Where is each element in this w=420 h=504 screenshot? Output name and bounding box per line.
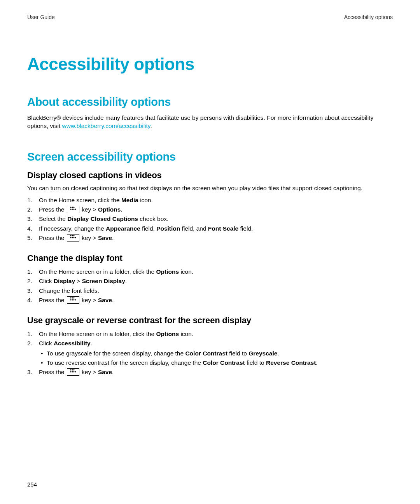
svg-point-20 (75, 299, 76, 301)
svg-point-5 (73, 209, 74, 210)
running-header: User Guide Accessibility options (27, 14, 393, 20)
accessibility-link[interactable]: www.blackberry.com/accessibility (62, 122, 150, 129)
step-text: Press the (39, 206, 66, 213)
captions-steps: 1.On the Home screen, click the Media ic… (27, 196, 393, 242)
svg-point-9 (73, 235, 74, 236)
section-about-heading: About accessibility options (27, 96, 393, 108)
list-item: 1.On the Home screen, click the Media ic… (39, 196, 393, 205)
step-text: . (91, 340, 92, 346)
step-bold: Save (98, 297, 112, 303)
list-item: 2.Click Display > Screen Display. (39, 276, 393, 285)
step-text: field, (140, 225, 156, 232)
captions-heading: Display closed captions in videos (27, 170, 393, 180)
step-number: 4. (27, 296, 32, 304)
step-text: check box. (138, 215, 168, 222)
step-bold: Options (156, 331, 179, 337)
svg-point-8 (72, 235, 73, 236)
svg-point-12 (73, 237, 74, 238)
list-item: 3.Change the font fields. (39, 286, 393, 295)
svg-point-0 (70, 207, 71, 208)
step-text: Select the (39, 215, 67, 222)
list-item: 4.If necessary, change the Appearance fi… (39, 224, 393, 233)
list-item: To use grayscale for the screen display,… (47, 349, 393, 358)
svg-point-13 (75, 237, 76, 238)
step-text: Press the (39, 297, 66, 303)
step-text: . (112, 297, 114, 303)
step-text: key > (80, 297, 98, 303)
step-text: . (121, 206, 122, 213)
step-text: . (277, 350, 279, 357)
menu-key-icon (67, 206, 79, 213)
svg-point-4 (72, 209, 73, 210)
contrast-steps: 1.On the Home screen or in a folder, cli… (27, 329, 393, 376)
page-container: User Guide Accessibility options Accessi… (0, 0, 420, 376)
section-screen-heading: Screen accessibility options (27, 150, 393, 163)
svg-point-19 (73, 299, 74, 301)
step-bold: Save (98, 369, 112, 375)
step-text: Press the (39, 234, 66, 241)
step-bold: Display (54, 278, 75, 284)
step-text: field. (238, 225, 253, 232)
step-bold: Font Scale (208, 225, 238, 232)
step-bold: Display Closed Captions (67, 215, 138, 222)
step-text: . (125, 278, 127, 284)
step-bold: Screen Display (82, 278, 125, 284)
page-title: Accessibility options (27, 54, 393, 74)
step-bold: Accessibility (54, 340, 91, 346)
step-bold: Reverse Contrast (266, 359, 316, 366)
svg-point-21 (70, 369, 71, 371)
step-bold: Greyscale (248, 350, 277, 357)
svg-point-15 (72, 298, 73, 299)
svg-point-23 (73, 369, 74, 371)
page-number: 254 (27, 481, 37, 488)
step-bold: Media (121, 197, 138, 203)
svg-point-22 (72, 369, 73, 371)
step-text: > (75, 278, 82, 284)
step-number: 2. (27, 339, 32, 348)
list-item: 4.Press the key > Save. (39, 296, 393, 304)
list-item: 1.On the Home screen or in a folder, cli… (39, 329, 393, 338)
step-text: Change the font fields. (39, 287, 99, 294)
step-number: 1. (27, 267, 32, 276)
svg-point-24 (70, 371, 71, 373)
step-text: icon. (179, 331, 193, 337)
font-heading: Change the display font (27, 253, 393, 263)
step-bold: Position (156, 225, 180, 232)
step-text: . (112, 369, 114, 375)
font-steps: 1.On the Home screen or in a folder, cli… (27, 267, 393, 304)
step-number: 3. (27, 286, 32, 295)
step-text: Press the (39, 369, 66, 375)
step-text: To use grayscale for the screen display,… (47, 350, 185, 357)
menu-key-icon (67, 368, 79, 376)
contrast-sublist: To use grayscale for the screen display,… (39, 349, 393, 368)
step-number: 3. (27, 368, 32, 376)
list-item: 5.Press the key > Save. (39, 233, 393, 242)
list-item: 2.Press the key > Options. (39, 205, 393, 214)
step-number: 1. (27, 196, 32, 205)
step-text: field, and (180, 225, 208, 232)
step-text: field to (245, 359, 266, 366)
svg-point-6 (75, 209, 76, 210)
step-text: On the Home screen or in a folder, click… (39, 268, 156, 275)
svg-point-10 (70, 237, 71, 238)
step-number: 3. (27, 214, 32, 223)
step-number: 1. (27, 329, 32, 338)
step-text: . (112, 234, 114, 241)
step-bold: Appearance (106, 225, 140, 232)
svg-point-18 (72, 299, 73, 301)
list-item: 2.Click Accessibility. To use grayscale … (39, 339, 393, 367)
captions-intro: You can turn on closed captioning so tha… (27, 184, 393, 192)
list-item: 3.Press the key > Save. (39, 368, 393, 376)
svg-point-7 (70, 235, 71, 236)
svg-point-1 (72, 207, 73, 208)
menu-key-icon (67, 296, 79, 304)
svg-point-2 (73, 207, 74, 208)
step-text: key > (80, 206, 98, 213)
step-text: Click (39, 278, 54, 284)
step-bold: Color Contrast (185, 350, 228, 357)
contrast-heading: Use grayscale or reverse contrast for th… (27, 315, 393, 326)
step-number: 5. (27, 233, 32, 242)
list-item: To use reverse contrast for the screen d… (47, 358, 393, 367)
step-number: 2. (27, 276, 32, 285)
step-number: 2. (27, 205, 32, 214)
